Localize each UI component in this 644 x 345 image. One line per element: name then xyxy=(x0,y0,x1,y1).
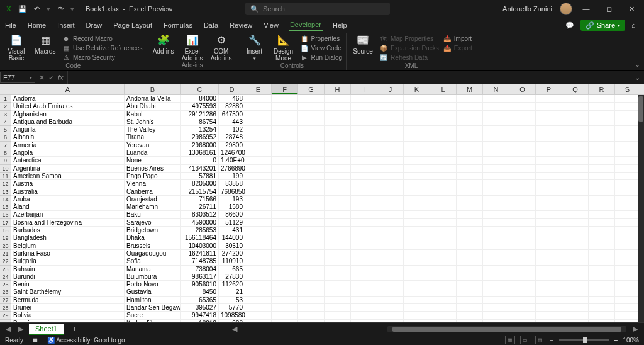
cell[interactable] xyxy=(430,203,457,211)
source-button[interactable]: 📰Source xyxy=(350,34,375,55)
cell[interactable] xyxy=(483,281,509,288)
minimize-button[interactable]: — xyxy=(577,0,595,18)
cell[interactable] xyxy=(589,297,615,304)
cell[interactable] xyxy=(325,242,351,250)
cell[interactable] xyxy=(509,172,536,180)
cell[interactable] xyxy=(457,211,483,218)
cell[interactable] xyxy=(377,133,404,141)
cell[interactable] xyxy=(298,257,325,265)
cell[interactable]: 193 xyxy=(219,196,245,203)
activity-icon[interactable]: ⌂ xyxy=(631,21,640,29)
cell[interactable] xyxy=(589,165,615,172)
cell[interactable]: 1098580 xyxy=(219,312,245,319)
cell[interactable] xyxy=(562,142,589,149)
cell[interactable] xyxy=(615,288,640,296)
cell[interactable] xyxy=(483,203,509,211)
cell[interactable] xyxy=(377,242,404,250)
cell[interactable]: 2986952 xyxy=(181,133,219,141)
expand-formula-icon[interactable]: ⌄ xyxy=(631,74,644,82)
cell[interactable]: 21 xyxy=(219,288,245,296)
cell[interactable] xyxy=(351,257,377,265)
cell[interactable]: Pago Pago xyxy=(125,172,181,180)
cell[interactable]: Canberra xyxy=(125,188,181,196)
cell[interactable] xyxy=(483,219,509,227)
cell[interactable] xyxy=(483,227,509,234)
cell[interactable] xyxy=(536,266,562,273)
cell[interactable] xyxy=(272,118,298,126)
spreadsheet-grid[interactable]: ABCDEFGHIJKLMNOPQRS 1AndorraAndorra la V… xyxy=(0,84,644,322)
cell[interactable]: 4975593 xyxy=(181,103,219,110)
cell[interactable] xyxy=(483,165,509,172)
cell[interactable] xyxy=(404,118,430,126)
cell[interactable] xyxy=(377,312,404,319)
cell[interactable] xyxy=(325,111,351,118)
cell[interactable] xyxy=(351,165,377,172)
hscroll-right[interactable]: ▶ xyxy=(630,325,640,333)
cell[interactable] xyxy=(404,188,430,196)
cell[interactable]: 9863117 xyxy=(181,273,219,281)
cell[interactable] xyxy=(272,273,298,281)
cell[interactable] xyxy=(430,142,457,149)
cell[interactable] xyxy=(272,133,298,141)
row-header[interactable]: 15 xyxy=(0,203,11,211)
cell[interactable] xyxy=(457,304,483,312)
cell[interactable] xyxy=(589,281,615,288)
macros-button[interactable]: ▦Macros xyxy=(33,34,58,55)
cell[interactable] xyxy=(325,172,351,180)
cell[interactable] xyxy=(272,304,298,312)
cell[interactable] xyxy=(509,118,536,126)
cell[interactable] xyxy=(272,103,298,110)
row-header[interactable]: 20 xyxy=(0,242,11,250)
cell[interactable] xyxy=(377,297,404,304)
cell[interactable] xyxy=(589,203,615,211)
cell[interactable] xyxy=(404,257,430,265)
cell[interactable] xyxy=(325,188,351,196)
cell[interactable] xyxy=(351,288,377,296)
cell[interactable] xyxy=(404,211,430,218)
cell[interactable] xyxy=(404,227,430,234)
cell[interactable] xyxy=(404,297,430,304)
accept-formula-icon[interactable]: ✓ xyxy=(48,74,54,82)
cell[interactable]: 28748 xyxy=(219,133,245,141)
cell[interactable]: Bangladesh xyxy=(11,234,125,242)
fx-icon[interactable]: fx xyxy=(58,74,64,81)
col-header-A[interactable]: A xyxy=(11,84,125,94)
cell[interactable] xyxy=(272,142,298,149)
cell[interactable] xyxy=(245,297,272,304)
cell[interactable] xyxy=(325,219,351,227)
cell[interactable]: Porto-Novo xyxy=(125,281,181,288)
cell[interactable] xyxy=(377,219,404,227)
cell[interactable]: Gustavia xyxy=(125,288,181,296)
cell[interactable] xyxy=(589,242,615,250)
cell[interactable]: 13068161 xyxy=(181,149,219,157)
cell[interactable] xyxy=(589,266,615,273)
cell[interactable] xyxy=(377,320,404,322)
cell[interactable] xyxy=(615,172,640,180)
cell[interactable] xyxy=(245,242,272,250)
cell[interactable] xyxy=(430,118,457,126)
cell[interactable] xyxy=(298,180,325,188)
cell[interactable] xyxy=(298,103,325,110)
cell[interactable] xyxy=(589,95,615,103)
cell[interactable] xyxy=(430,320,457,322)
cell[interactable]: 8303512 xyxy=(181,211,219,218)
cell[interactable] xyxy=(589,180,615,188)
cell[interactable] xyxy=(245,266,272,273)
cell[interactable] xyxy=(404,95,430,103)
cell[interactable] xyxy=(562,157,589,164)
col-header-O[interactable]: O xyxy=(509,84,536,94)
macro-security-button[interactable]: ⚠Macro Security xyxy=(62,53,143,62)
cell[interactable] xyxy=(483,126,509,133)
cell[interactable] xyxy=(272,95,298,103)
cell[interactable] xyxy=(483,95,509,103)
cell[interactable] xyxy=(377,149,404,157)
cell[interactable]: Sarajevo xyxy=(125,219,181,227)
cell[interactable]: 431 xyxy=(219,227,245,234)
cell[interactable]: 2766890 xyxy=(219,165,245,172)
cell[interactable] xyxy=(272,242,298,250)
cell[interactable] xyxy=(298,172,325,180)
cell[interactable]: Kralendijk xyxy=(125,320,181,322)
cell[interactable]: 2968000 xyxy=(181,142,219,149)
cell[interactable] xyxy=(245,188,272,196)
cell[interactable] xyxy=(377,188,404,196)
